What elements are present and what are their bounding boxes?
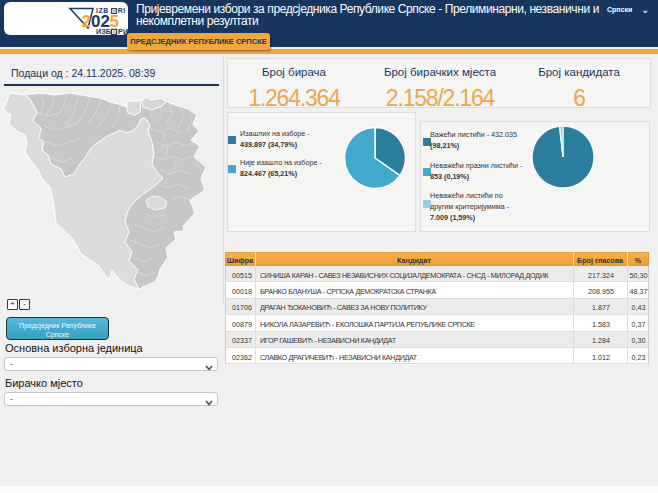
svg-text:ИЗБ: ИЗБ	[96, 27, 111, 35]
svg-text:RI: RI	[118, 7, 126, 14]
svg-text:2: 2	[82, 12, 91, 31]
